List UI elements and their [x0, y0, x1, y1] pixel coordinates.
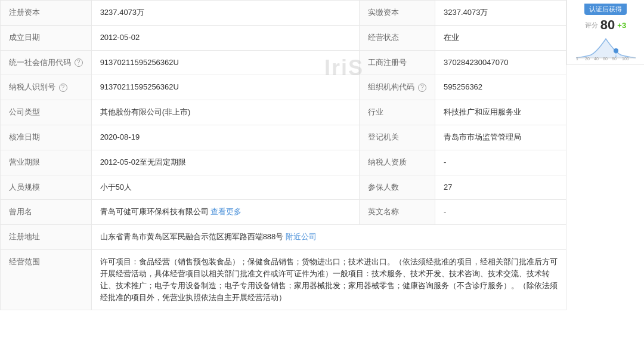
- value-org-code: 595256362: [435, 75, 566, 100]
- value-insured-count: 27: [435, 175, 566, 200]
- page-wrapper: 认证后获得 评分 80 +3 1 20 40 60 80 100: [0, 0, 644, 355]
- value-reg-authority: 青岛市市场监管管理局: [435, 125, 566, 150]
- label-business-status: 经营状态: [360, 25, 435, 50]
- label-former-name: 曾用名: [1, 200, 92, 225]
- table-row: 注册地址 山东省青岛市黄岛区军民融合示范区拥军路西端888号 附近公司: [1, 225, 644, 250]
- score-number: 80: [600, 18, 615, 32]
- svg-text:20: 20: [585, 57, 590, 61]
- label-business-scope: 经营范围: [1, 249, 92, 310]
- value-former-name: 青岛可健可康环保科技有限公司 查看更多: [91, 200, 360, 225]
- table-row: 统一社会信用代码 ? 91370211595256362U 工商注册号 3702…: [1, 50, 644, 75]
- label-reg-address: 注册地址: [1, 225, 92, 250]
- nearby-companies-link[interactable]: 附近公司: [286, 232, 317, 241]
- help-icon-org[interactable]: ?: [418, 84, 426, 92]
- table-row: 注册资本 3237.4073万 实缴资本 3237.4073万: [1, 1, 644, 26]
- label-org-code: 组织机构代码 ?: [360, 75, 435, 100]
- svg-text:60: 60: [603, 57, 608, 61]
- label-company-type: 公司类型: [1, 100, 92, 125]
- value-taxpayer-qualification: -: [435, 150, 566, 175]
- table-row: 核准日期 2020-08-19 登记机关 青岛市市场监管管理局: [1, 125, 644, 150]
- see-more-link[interactable]: 查看更多: [210, 207, 242, 216]
- value-industry: 科技推广和应用服务业: [435, 100, 566, 125]
- value-reg-address: 山东省青岛市黄岛区军民融合示范区拥军路西端888号 附近公司: [91, 225, 566, 250]
- label-reg-authority: 登记机关: [360, 125, 435, 150]
- label-english-name: 英文名称: [360, 200, 435, 225]
- label-registered-capital: 注册资本: [1, 1, 92, 26]
- company-info-table: 注册资本 3237.4073万 实缴资本 3237.4073万 成立日期 201…: [0, 0, 644, 310]
- score-badge: 认证后获得 评分 80 +3 1 20 40 60 80 100: [566, 0, 644, 65]
- svg-text:80: 80: [612, 57, 617, 61]
- label-taxpayer-id: 纳税人识别号 ?: [1, 75, 92, 100]
- value-registered-capital: 3237.4073万: [91, 1, 360, 26]
- score-plus: +3: [617, 21, 626, 30]
- label-founded-date: 成立日期: [1, 25, 92, 50]
- value-company-type: 其他股份有限公司(非上市): [91, 100, 360, 125]
- label-credit-code: 统一社会信用代码 ?: [1, 50, 92, 75]
- value-founded-date: 2012-05-02: [91, 25, 360, 50]
- value-biz-reg-no: 370284230047070: [435, 50, 566, 75]
- help-icon-taxpayer[interactable]: ?: [59, 84, 67, 92]
- label-industry: 行业: [360, 100, 435, 125]
- value-english-name: -: [435, 200, 566, 225]
- value-staff-size: 小于50人: [91, 175, 360, 200]
- table-row: 人员规模 小于50人 参保人数 27: [1, 175, 644, 200]
- badge-tag: 认证后获得: [584, 4, 627, 15]
- table-row: 经营范围 许可项目：食品经营（销售预包装食品）；保健食品销售；货物进出口；技术进…: [1, 249, 644, 310]
- value-taxpayer-id: 91370211595256362U: [91, 75, 360, 100]
- score-label: 评分: [585, 21, 598, 30]
- label-taxpayer-qualification: 纳税人资质: [360, 150, 435, 175]
- svg-text:1: 1: [576, 57, 578, 61]
- svg-text:40: 40: [594, 57, 599, 61]
- score-chart: 1 20 40 60 80 100: [573, 34, 639, 61]
- label-staff-size: 人员规模: [1, 175, 92, 200]
- help-icon-credit[interactable]: ?: [75, 58, 83, 67]
- table-row: 公司类型 其他股份有限公司(非上市) 行业 科技推广和应用服务业: [1, 100, 644, 125]
- value-business-scope: 许可项目：食品经营（销售预包装食品）；保健食品销售；货物进出口；技术进出口。（依…: [91, 249, 566, 310]
- value-business-status: 在业: [435, 25, 566, 50]
- value-approval-date: 2020-08-19: [91, 125, 360, 150]
- label-insured-count: 参保人数: [360, 175, 435, 200]
- value-paid-capital: 3237.4073万: [435, 1, 566, 26]
- value-business-term: 2012-05-02至无固定期限: [91, 150, 360, 175]
- value-credit-code: 91370211595256362U: [91, 50, 360, 75]
- svg-text:100: 100: [622, 57, 629, 61]
- label-paid-capital: 实缴资本: [360, 1, 435, 26]
- table-row: 纳税人识别号 ? 91370211595256362U 组织机构代码 ? 595…: [1, 75, 644, 100]
- label-business-term: 营业期限: [1, 150, 92, 175]
- table-row: 曾用名 青岛可健可康环保科技有限公司 查看更多 英文名称 -: [1, 200, 644, 225]
- table-row: 营业期限 2012-05-02至无固定期限 纳税人资质 -: [1, 150, 644, 175]
- table-row: 成立日期 2012-05-02 经营状态 在业: [1, 25, 644, 50]
- label-biz-reg-no: 工商注册号: [360, 50, 435, 75]
- label-approval-date: 核准日期: [1, 125, 92, 150]
